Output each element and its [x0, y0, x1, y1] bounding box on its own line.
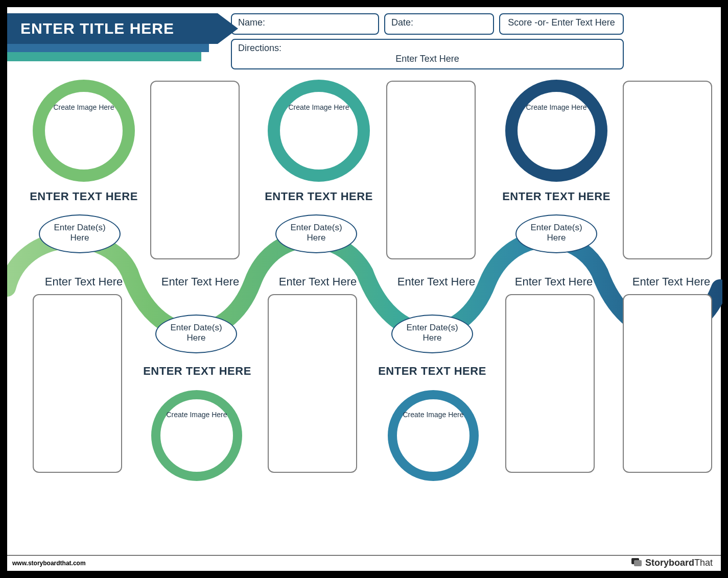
date-field[interactable]: Date:: [384, 13, 494, 35]
circle-text: Create Image Here: [53, 103, 114, 111]
image-circle-5[interactable]: Create Image Here: [388, 390, 479, 481]
directions-label: Directions:: [238, 43, 617, 54]
section-label-3[interactable]: Enter Text Here: [267, 275, 369, 288]
image-circle-1[interactable]: Create Image Here: [33, 80, 135, 182]
circle-text: Create Image Here: [526, 103, 586, 111]
heading-1[interactable]: ENTER TEXT HERE: [28, 190, 140, 203]
footer-divider: [7, 555, 721, 556]
text-box-top-3[interactable]: [623, 81, 712, 259]
name-label: Name:: [238, 17, 265, 28]
date-ellipse-4[interactable]: Enter Date(s)Here: [155, 315, 237, 353]
section-label-6[interactable]: Enter Text Here: [620, 275, 722, 288]
section-label-1[interactable]: Enter Text Here: [33, 275, 135, 288]
text-box-bottom-4[interactable]: [623, 294, 712, 473]
image-circle-2[interactable]: Create Image Here: [268, 80, 370, 182]
section-label-4[interactable]: Enter Text Here: [385, 275, 487, 288]
text-box-top-1[interactable]: [150, 81, 240, 259]
title-banner[interactable]: ENTER TITLE HERE: [7, 13, 218, 44]
text-box-bottom-3[interactable]: [505, 294, 595, 473]
speech-bubble-icon: [631, 558, 642, 568]
circle-text: Create Image Here: [403, 411, 463, 419]
directions-field[interactable]: Directions: Enter Text Here: [231, 39, 624, 69]
heading-4[interactable]: ENTER TEXT HERE: [141, 365, 253, 378]
text-box-bottom-1[interactable]: [33, 294, 122, 473]
brand-logo[interactable]: StoryboardThat: [631, 558, 713, 568]
date-ellipse-5[interactable]: Enter Date(s)Here: [391, 315, 473, 353]
image-circle-3[interactable]: Create Image Here: [505, 80, 607, 182]
text-box-bottom-2[interactable]: [268, 294, 357, 473]
date-label: Date:: [391, 17, 413, 28]
page-title: ENTER TITLE HERE: [20, 20, 174, 37]
svg-rect-1: [634, 560, 642, 566]
footer-url[interactable]: www.storyboardthat.com: [12, 560, 86, 567]
directions-text: Enter Text Here: [238, 54, 617, 64]
image-circle-4[interactable]: Create Image Here: [151, 390, 242, 481]
circle-text: Create Image Here: [288, 103, 349, 111]
heading-5[interactable]: ENTER TEXT HERE: [376, 365, 488, 378]
date-ellipse-1[interactable]: Enter Date(s)Here: [39, 214, 121, 253]
section-label-2[interactable]: Enter Text Here: [149, 275, 251, 288]
text-box-top-2[interactable]: [386, 81, 476, 259]
score-text: Score -or- Enter Text Here: [508, 17, 615, 28]
heading-3[interactable]: ENTER TEXT HERE: [500, 190, 613, 203]
circle-text: Create Image Here: [166, 411, 227, 419]
date-ellipse-2[interactable]: Enter Date(s)Here: [275, 214, 357, 253]
date-ellipse-3[interactable]: Enter Date(s)Here: [515, 214, 597, 253]
score-field[interactable]: Score -or- Enter Text Here: [499, 13, 624, 35]
name-field[interactable]: Name:: [231, 13, 379, 35]
heading-2[interactable]: ENTER TEXT HERE: [263, 190, 375, 203]
section-label-5[interactable]: Enter Text Here: [503, 275, 605, 288]
